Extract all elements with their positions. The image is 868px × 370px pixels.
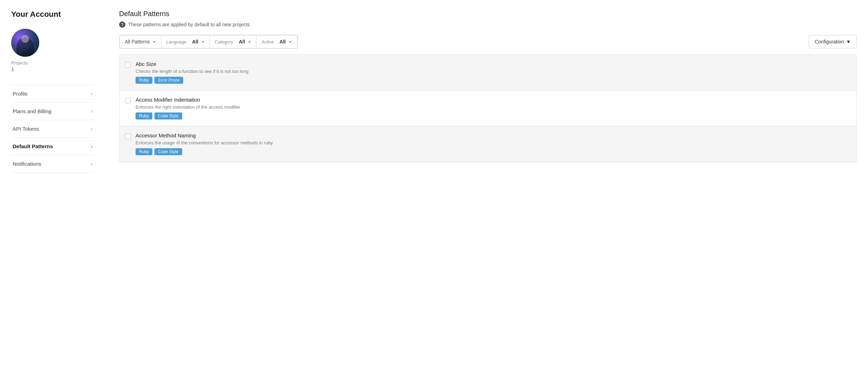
pattern-info-access-modifier: Access Modifier Indentation Enforces the…	[136, 97, 851, 119]
chevron-down-icon: ▼	[201, 40, 205, 44]
nav-label-default-patterns: Default Patterns	[13, 143, 53, 149]
chevron-right-icon: ›	[91, 109, 92, 114]
tag-ruby: Ruby	[136, 112, 152, 119]
active-filter-label: Active	[261, 39, 274, 44]
nav-link-api-tokens[interactable]: API Tokens ›	[11, 120, 94, 137]
nav-item-profile[interactable]: Profile ›	[11, 85, 94, 103]
pattern-tags-abc-size: Ruby Error Prone	[136, 77, 851, 84]
chevron-down-icon: ▼	[153, 40, 156, 44]
pattern-item-access-modifier: Access Modifier Indentation Enforces the…	[119, 90, 856, 126]
pattern-tags-accessor-method: Ruby Code Style	[136, 148, 851, 155]
pattern-info-accessor-method: Accessor Method Naming Enforces the usag…	[136, 132, 851, 155]
info-icon: ?	[119, 21, 125, 28]
category-dropdown[interactable]: Category All ▼	[210, 35, 256, 48]
pattern-item-abc-size: Abc Size Checks the length of a function…	[119, 55, 856, 90]
chevron-down-icon: ▼	[846, 39, 851, 44]
all-patterns-dropdown[interactable]: All Patterns ▼	[119, 35, 161, 48]
pattern-description-accessor-method: Enforces the usage of the conventions fo…	[136, 140, 851, 145]
category-filter-label: Category	[215, 39, 233, 44]
language-filter-value: All	[192, 39, 198, 44]
nav-menu: Profile › Plans and Billing › API Tokens…	[11, 85, 94, 173]
projects-count: 1	[11, 66, 14, 72]
nav-item-api-tokens[interactable]: API Tokens ›	[11, 120, 94, 138]
configuration-label: Configuration	[815, 39, 844, 44]
chevron-right-icon: ›	[91, 161, 92, 167]
chevron-right-icon: ›	[91, 126, 92, 132]
nav-label-plans-billing: Plans and Billing	[13, 108, 51, 114]
configuration-dropdown[interactable]: Configuration ▼	[809, 35, 857, 48]
pattern-description-access-modifier: Enforces the right indentation of the ac…	[136, 104, 851, 110]
chevron-down-icon: ▼	[248, 40, 252, 44]
main-content: Default Patterns ? These patterns are ap…	[102, 10, 857, 360]
nav-link-plans-billing[interactable]: Plans and Billing ›	[11, 103, 94, 120]
nav-label-api-tokens: API Tokens	[13, 126, 39, 132]
chevron-right-icon: ›	[91, 91, 92, 97]
nav-link-profile[interactable]: Profile ›	[11, 85, 94, 102]
pattern-name-access-modifier: Access Modifier Indentation	[136, 97, 851, 103]
pattern-name-accessor-method: Accessor Method Naming	[136, 132, 851, 138]
all-patterns-label: All Patterns	[125, 39, 150, 44]
sidebar: Your Account Projects 1 Profile › Plans …	[11, 10, 102, 360]
tag-code-style: Code Style	[154, 148, 182, 155]
nav-label-notifications: Notifications	[13, 161, 41, 167]
pattern-checkbox-accessor-method[interactable]	[125, 133, 131, 139]
account-profile: Projects 1	[11, 29, 94, 72]
pattern-tags-access-modifier: Ruby Code Style	[136, 112, 851, 119]
nav-link-notifications[interactable]: Notifications ›	[11, 155, 94, 172]
active-filter-value: All	[280, 39, 286, 44]
filters-row: All Patterns ▼ Language All ▼ Category A…	[119, 35, 857, 49]
tag-ruby: Ruby	[136, 77, 152, 84]
section-subtitle: ? These patterns are applied by default …	[119, 21, 857, 28]
nav-link-default-patterns[interactable]: Default Patterns ›	[11, 138, 94, 155]
tag-code-style: Code Style	[154, 112, 182, 119]
section-title: Default Patterns	[119, 10, 857, 18]
nav-item-notifications[interactable]: Notifications ›	[11, 155, 94, 173]
pattern-checkbox-access-modifier[interactable]	[125, 98, 131, 103]
patterns-list: Abc Size Checks the length of a function…	[119, 54, 857, 162]
tag-error-prone: Error Prone	[154, 77, 183, 84]
category-filter-value: All	[239, 39, 245, 44]
subtitle-text: These patterns are applied by default to…	[128, 22, 250, 27]
nav-item-default-patterns[interactable]: Default Patterns ›	[11, 138, 94, 155]
language-filter-label: Language	[166, 39, 187, 44]
pattern-checkbox-abc-size[interactable]	[125, 62, 131, 68]
filter-group-main: All Patterns ▼ Language All ▼ Category A…	[119, 35, 298, 49]
page-title: Your Account	[11, 10, 94, 19]
pattern-info-abc-size: Abc Size Checks the length of a function…	[136, 61, 851, 84]
pattern-item-accessor-method: Accessor Method Naming Enforces the usag…	[119, 126, 856, 162]
nav-item-plans-billing[interactable]: Plans and Billing ›	[11, 103, 94, 120]
chevron-right-icon: ›	[91, 144, 92, 149]
pattern-description-abc-size: Checks the length of a function to see i…	[136, 69, 851, 74]
chevron-down-icon: ▼	[289, 40, 292, 44]
nav-label-profile: Profile	[13, 91, 28, 97]
pattern-name-abc-size: Abc Size	[136, 61, 851, 67]
tag-ruby: Ruby	[136, 148, 152, 155]
language-dropdown[interactable]: Language All ▼	[161, 35, 210, 48]
avatar	[11, 29, 39, 57]
active-dropdown[interactable]: Active All ▼	[256, 35, 297, 48]
projects-label: Projects	[11, 60, 28, 66]
